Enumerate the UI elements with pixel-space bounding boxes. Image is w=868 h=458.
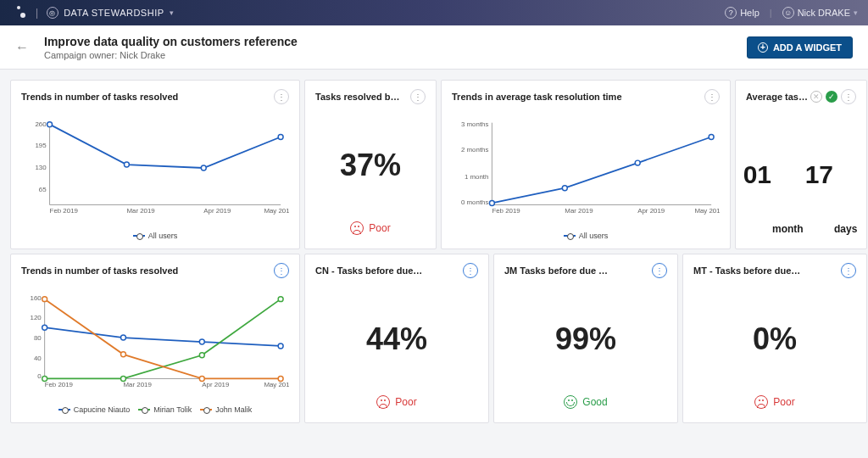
topbar: | ◎ DATA STEWARDSHIP ▾ ? Help | ☺ Nick D…	[0, 0, 868, 25]
chevron-down-icon: ▾	[854, 8, 858, 17]
card-menu-button[interactable]: ⋮	[841, 89, 856, 104]
rating-label: Poor	[395, 396, 416, 408]
chart-legend: Capucine Niauto Mirian Tolik John Malik	[21, 405, 289, 414]
page-header: ← Improve data quality on customers refe…	[0, 25, 868, 70]
stat-value: 0%	[693, 283, 856, 395]
add-widget-label: ADD A WIDGET	[773, 42, 842, 53]
svg-text:0: 0	[37, 372, 42, 380]
svg-point-49	[199, 377, 204, 382]
card-average-task-resolution: Average task re… ✕ ✓ ⋮ 01 month 17 days	[735, 80, 867, 249]
svg-text:Feb 2019: Feb 2019	[45, 381, 74, 388]
card-title: Trends in average task resolution time	[452, 92, 622, 102]
rating-label: Poor	[773, 396, 794, 408]
svg-text:Feb 2019: Feb 2019	[492, 207, 520, 215]
card-title: JM Tasks before due …	[504, 265, 608, 276]
card-menu-button[interactable]: ⋮	[274, 89, 289, 104]
face-sad-icon	[754, 395, 768, 409]
svg-text:195: 195	[35, 142, 47, 149]
card-menu-button[interactable]: ⋮	[274, 263, 289, 278]
card-menu-button[interactable]: ⋮	[652, 263, 667, 278]
svg-point-46	[278, 297, 283, 302]
help-label: Help	[740, 8, 760, 18]
stat-rating: Poor	[315, 395, 478, 409]
page-subtitle: Campaign owner: Nick Drake	[44, 50, 732, 60]
svg-text:May 2019: May 2019	[264, 381, 289, 388]
card-menu-button[interactable]: ⋮	[410, 89, 426, 104]
svg-text:Mar 2019: Mar 2019	[123, 381, 152, 388]
card-trends-tasks-resolved: Trends in number of tasks resolved ⋮ 260…	[10, 80, 300, 249]
svg-point-24	[489, 201, 494, 206]
svg-point-48	[121, 352, 126, 357]
stat-rating: Poor	[315, 221, 426, 235]
legend-label: John Malik	[215, 405, 252, 414]
help-icon: ?	[725, 7, 737, 19]
svg-point-13	[278, 135, 283, 140]
duration-days: 17	[805, 160, 833, 189]
svg-point-10	[47, 122, 53, 127]
svg-text:2 months: 2 months	[461, 146, 489, 154]
user-menu[interactable]: ☺ Nick DRAKE ▾	[782, 7, 858, 19]
duration-unit: days	[834, 223, 857, 240]
card-cn-tasks-before-due: CN - Tasks before due… ⋮ 44% Poor	[304, 254, 489, 423]
card-menu-button[interactable]: ⋮	[704, 89, 720, 104]
face-happy-icon	[564, 395, 577, 409]
card-title: Tasks resolved befor…	[315, 92, 400, 102]
svg-text:160: 160	[31, 294, 42, 302]
rating-label: Good	[582, 396, 607, 408]
svg-point-25	[562, 186, 567, 191]
add-widget-button[interactable]: + ADD A WIDGET	[747, 36, 853, 59]
breadcrumb[interactable]: ◎ DATA STEWARDSHIP ▾	[47, 7, 174, 19]
card-title: Trends in number of tasks resolved	[21, 92, 178, 102]
status-off-icon: ✕	[810, 91, 822, 103]
card-menu-button[interactable]: ⋮	[463, 263, 478, 278]
svg-text:May 2019: May 2019	[694, 207, 720, 215]
card-title: MT - Tasks before due…	[693, 265, 800, 276]
svg-text:260: 260	[35, 120, 47, 128]
stat-value: 37%	[315, 109, 426, 221]
svg-text:Feb 2019: Feb 2019	[50, 207, 79, 215]
svg-point-39	[42, 325, 47, 330]
back-button[interactable]: ←	[15, 40, 29, 55]
face-sad-icon	[376, 395, 390, 409]
page-title: Improve data quality on customers refere…	[44, 35, 732, 48]
svg-text:May 2019: May 2019	[264, 207, 289, 215]
breadcrumb-label: DATA STEWARDSHIP	[64, 8, 164, 18]
duration-unit: month	[772, 223, 804, 240]
legend-label: Mirian Tolik	[153, 405, 192, 414]
chart-legend: All users	[452, 232, 720, 240]
legend-label: All users	[148, 232, 178, 240]
rating-label: Poor	[369, 222, 390, 234]
svg-text:0 months: 0 months	[461, 198, 489, 206]
plus-icon: +	[758, 42, 768, 53]
svg-text:3 months: 3 months	[461, 120, 489, 128]
svg-point-12	[201, 165, 206, 170]
help-link[interactable]: ? Help	[725, 7, 760, 19]
card-mt-tasks-before-due: MT - Tasks before due… ⋮ 0% Poor	[682, 254, 867, 423]
chevron-down-icon: ▾	[170, 8, 175, 17]
stat-duration: 01 month 17 days	[746, 109, 856, 240]
separator: |	[36, 7, 38, 19]
stat-value: 44%	[315, 283, 478, 395]
card-title: CN - Tasks before due…	[315, 265, 422, 276]
svg-point-26	[635, 160, 640, 165]
card-menu-button[interactable]: ⋮	[841, 263, 856, 278]
svg-text:Mar 2019: Mar 2019	[126, 207, 155, 215]
card-trends-tasks-by-user: Trends in number of tasks resolved ⋮ 160…	[10, 254, 300, 423]
card-jm-tasks-before-due: JM Tasks before due … ⋮ 99% Good	[493, 254, 678, 423]
svg-point-27	[709, 135, 714, 140]
svg-text:65: 65	[39, 186, 47, 193]
svg-point-40	[121, 335, 126, 340]
svg-point-42	[278, 344, 283, 349]
svg-text:Apr 2019: Apr 2019	[202, 381, 230, 388]
svg-text:80: 80	[34, 334, 42, 342]
svg-point-45	[199, 353, 204, 358]
dashboard-grid: Trends in number of tasks resolved ⋮ 260…	[0, 70, 868, 458]
app-logo	[10, 4, 27, 21]
chart: 260 195 130 65 Feb 2019 Mar 2019 Apr 201…	[21, 109, 289, 228]
card-title: Trends in number of tasks resolved	[21, 265, 178, 276]
svg-point-43	[42, 377, 47, 382]
separator: |	[770, 8, 772, 18]
user-icon: ☺	[782, 7, 794, 19]
stat-rating: Poor	[693, 395, 856, 409]
svg-text:Mar 2019: Mar 2019	[565, 207, 593, 215]
